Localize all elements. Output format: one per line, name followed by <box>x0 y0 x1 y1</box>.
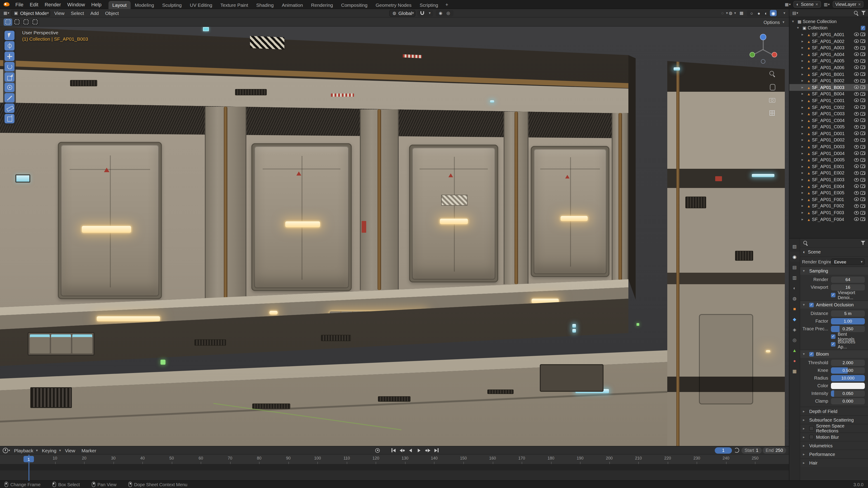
hide-in-viewport-icon[interactable] <box>854 158 859 162</box>
hide-in-viewport-icon[interactable] <box>854 211 859 215</box>
workspace-tab[interactable]: UV Editing <box>186 1 216 9</box>
jump-to-end-button[interactable] <box>433 447 440 454</box>
expand-icon[interactable] <box>802 164 806 168</box>
collection-row[interactable]: Collection <box>789 25 868 31</box>
hide-in-viewport-icon[interactable] <box>854 92 859 96</box>
search-icon[interactable] <box>854 10 859 15</box>
disable-in-render-icon[interactable] <box>860 112 865 116</box>
section-checkbox[interactable] <box>809 426 814 431</box>
bloom-clamp-field[interactable]: 0.000 <box>831 398 865 404</box>
outliner-item[interactable]: SF_AP01_E001 <box>789 163 868 170</box>
viewport-denoise-checkbox[interactable] <box>831 293 835 297</box>
expand-icon[interactable] <box>802 111 806 116</box>
timeline-menu[interactable]: View <box>62 447 78 453</box>
outliner-item[interactable]: SF_AP01_F003 <box>789 209 868 216</box>
outliner-item[interactable]: SF_AP01_A002 <box>789 38 868 44</box>
hide-in-viewport-icon[interactable] <box>854 46 859 50</box>
disable-in-render-icon[interactable] <box>860 39 865 43</box>
hide-in-viewport-icon[interactable] <box>854 105 859 109</box>
playhead[interactable]: 1 <box>24 456 34 462</box>
disable-in-render-icon[interactable] <box>860 145 865 149</box>
outliner-item[interactable]: SF_AP01_D003 <box>789 143 868 150</box>
viewport-menu[interactable]: Add <box>87 10 102 16</box>
expand-icon[interactable] <box>803 452 807 456</box>
properties-tab[interactable]: ■ <box>789 304 800 314</box>
outliner-item[interactable]: SF_AP01_B001 <box>789 71 868 77</box>
bloom-checkbox[interactable] <box>809 352 814 356</box>
blender-logo-icon[interactable] <box>4 2 9 6</box>
play-reverse-button[interactable] <box>407 447 414 454</box>
expand-icon[interactable] <box>802 184 806 188</box>
proportional-edit-icon[interactable]: ◎ <box>445 10 452 16</box>
expand-icon[interactable] <box>802 66 806 70</box>
properties-tab[interactable]: ▦ <box>789 366 800 376</box>
axis-y-icon[interactable] <box>749 52 755 57</box>
hide-in-viewport-icon[interactable] <box>854 72 859 76</box>
expand-icon[interactable] <box>803 461 807 465</box>
expand-icon[interactable] <box>802 33 806 37</box>
expand-icon[interactable] <box>803 418 807 422</box>
tool-button[interactable] <box>4 72 14 82</box>
timeline-editor-icon[interactable]: ▾ <box>3 447 10 453</box>
disable-in-render-icon[interactable] <box>860 119 865 122</box>
hide-in-viewport-icon[interactable] <box>854 171 859 175</box>
expand-icon[interactable] <box>802 92 806 96</box>
workspace-tab[interactable]: Compositing <box>337 1 372 9</box>
filter-icon[interactable] <box>861 10 866 15</box>
collapsed-section[interactable]: Hair <box>800 458 868 467</box>
select-mode-intersect-button[interactable] <box>31 18 39 26</box>
hide-in-viewport-icon[interactable] <box>854 53 859 56</box>
shading-options-dropdown[interactable] <box>780 10 786 16</box>
hide-in-viewport-icon[interactable] <box>854 217 859 221</box>
select-mode-new-button[interactable] <box>4 18 12 26</box>
gizmos-dropdown[interactable]: ◌ <box>721 10 729 16</box>
disable-in-render-icon[interactable] <box>860 72 865 76</box>
overlays-dropdown[interactable]: ◍ <box>730 10 737 16</box>
hide-in-viewport-icon[interactable] <box>854 138 859 142</box>
shading-wireframe-icon[interactable]: ○ <box>748 10 755 16</box>
properties-tab[interactable]: ◈ <box>789 324 800 334</box>
properties-tab[interactable]: ▥ <box>789 272 800 283</box>
orientation-dropdown[interactable]: ◍Global <box>390 10 415 17</box>
timeline-ruler[interactable]: 10 20 30 40 50 60 70 80 90 10 <box>0 455 789 464</box>
mode-dropdown[interactable]: ▣Object Mode <box>11 10 50 17</box>
viewlayer-selector[interactable]: ViewLayer × <box>833 1 864 8</box>
hide-in-viewport-icon[interactable] <box>854 191 859 195</box>
outliner-item[interactable]: SF_AP01_E003 <box>789 176 868 183</box>
bounces-checkbox[interactable] <box>831 342 835 346</box>
disable-in-render-icon[interactable] <box>860 86 865 89</box>
hide-in-viewport-icon[interactable] <box>854 165 859 168</box>
snap-magnet-icon[interactable] <box>418 10 426 16</box>
disable-in-render-icon[interactable] <box>860 158 865 162</box>
expand-icon[interactable] <box>802 151 806 155</box>
expand-icon[interactable] <box>802 171 806 175</box>
expand-icon[interactable] <box>802 217 806 221</box>
viewport-menu[interactable]: Select <box>68 10 87 16</box>
outliner-editor-icon[interactable]: ▤▾ <box>792 10 799 16</box>
disable-in-render-icon[interactable] <box>860 125 865 129</box>
render-engine-dropdown[interactable]: Eevee <box>831 258 865 265</box>
disable-in-render-icon[interactable] <box>860 191 865 195</box>
auto-keying-button[interactable] <box>374 447 381 454</box>
properties-tab[interactable]: ◍ <box>789 293 800 303</box>
pivot-point-icon[interactable]: ◉ <box>437 10 444 16</box>
hide-in-viewport-icon[interactable] <box>854 204 859 208</box>
outliner-item[interactable]: SF_AP01_B003 <box>789 84 868 91</box>
add-workspace-button[interactable]: + <box>442 1 452 8</box>
workspace-tab[interactable]: Scripting <box>416 1 442 9</box>
disable-in-render-icon[interactable] <box>860 99 865 102</box>
bloom-knee-slider[interactable]: 0.500 <box>831 367 865 373</box>
expand-icon[interactable] <box>802 125 806 129</box>
outliner-item[interactable]: SF_AP01_D002 <box>789 137 868 143</box>
collapse-icon[interactable] <box>803 352 807 356</box>
disable-in-render-icon[interactable] <box>860 204 865 208</box>
current-frame-field[interactable]: 1 <box>715 447 732 453</box>
disable-in-render-icon[interactable] <box>860 59 865 63</box>
hide-in-viewport-icon[interactable] <box>854 151 859 155</box>
outliner-item[interactable]: SF_AP01_D005 <box>789 157 868 163</box>
camera-view-icon[interactable] <box>769 96 776 103</box>
outliner-item[interactable]: SF_AP01_C002 <box>789 104 868 110</box>
disable-in-render-icon[interactable] <box>860 217 865 221</box>
expand-icon[interactable] <box>802 53 806 57</box>
topbar-menu[interactable]: Window <box>64 1 88 7</box>
